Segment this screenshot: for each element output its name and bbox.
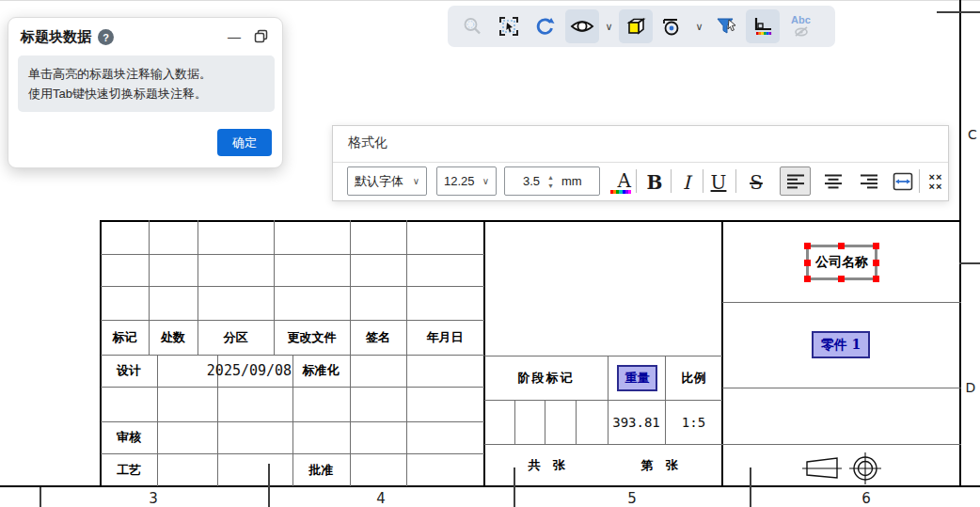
corner-axes-icon — [751, 14, 775, 39]
design-date-value[interactable]: 2025/09/08 — [199, 355, 299, 387]
sheet-no-label: 第 张 — [617, 444, 702, 486]
selection-filter-button[interactable] — [709, 9, 743, 43]
rev-header-date: 年月日 — [406, 320, 483, 355]
visibility-eye-button[interactable] — [565, 9, 599, 43]
instruction-line-2: 使用Tab键快速切换标题块注释。 — [28, 84, 264, 103]
grip-top-left[interactable] — [804, 243, 811, 249]
view-toolbar: ∨ ∨ — [448, 6, 835, 47]
fit-width-icon — [893, 172, 913, 191]
zone-row-c: C — [965, 126, 980, 143]
chevron-down-icon: ∨ — [413, 176, 419, 186]
zoom-to-selection-button[interactable] — [492, 9, 526, 43]
filter-funnel-icon — [714, 14, 738, 39]
font-family-select[interactable]: 默认字体 ∨ — [347, 166, 427, 196]
text-height-stepper[interactable]: 3.5 ▲ ▼ mm — [504, 166, 600, 196]
unit-label: mm — [561, 174, 582, 188]
eye-dropdown-chevron[interactable]: ∨ — [602, 9, 616, 43]
text-visibility-button[interactable]: Abc — [782, 9, 816, 43]
process-label: 工艺 — [101, 453, 157, 486]
window-top-border — [0, 0, 980, 1]
weight-value[interactable]: 393.81 — [608, 400, 665, 444]
scale-label: 比例 — [665, 356, 722, 400]
zone-col-5: 5 — [610, 490, 654, 507]
stacked-xx-icon: ×××× — [929, 172, 943, 191]
shaded-view-button[interactable] — [619, 9, 653, 43]
ok-button[interactable]: 确定 — [217, 129, 272, 156]
part-name-annotation[interactable]: 零件 1 — [812, 331, 870, 358]
fit-width-button[interactable] — [890, 166, 916, 196]
format-panel-title: 格式化 — [348, 135, 387, 151]
rev-header-count: 处数 — [149, 320, 198, 355]
help-icon[interactable]: ? — [98, 29, 114, 45]
stepper-down-icon[interactable]: ▼ — [547, 182, 554, 189]
font-family-value: 默认字体 — [355, 173, 403, 190]
section-view-button[interactable] — [656, 9, 689, 43]
grip-mid-right[interactable] — [873, 260, 879, 266]
rev-header-signature: 签名 — [350, 320, 406, 355]
zoom-magnifier-button[interactable] — [455, 9, 489, 43]
strikethrough-button[interactable]: S — [744, 166, 768, 196]
format-panel: 格式化 默认字体 ∨ 12.25 ∨ 3.5 ▲ ▼ mm A B I U — [332, 125, 949, 201]
svg-text:Abc: Abc — [791, 14, 811, 25]
company-name-annotation[interactable]: 公司名称 — [806, 245, 877, 280]
rev-header-zone: 分区 — [198, 320, 274, 355]
zone-col-3: 3 — [132, 490, 175, 507]
underline-button[interactable]: U — [707, 166, 730, 196]
zoom-selection-icon — [498, 15, 520, 38]
section-dropdown-chevron[interactable]: ∨ — [692, 9, 706, 43]
italic-button[interactable]: I — [675, 166, 698, 196]
check-label: 审核 — [101, 421, 157, 453]
sheets-total-label: 共 张 — [504, 444, 589, 486]
restore-window-icon[interactable] — [254, 29, 268, 43]
redo-arrow-icon — [534, 15, 557, 38]
align-left-button[interactable] — [780, 166, 811, 196]
instruction-line-1: 单击高亮的标题块注释输入数据。 — [28, 64, 264, 84]
grip-bottom-left[interactable] — [804, 276, 811, 282]
grip-bottom-center[interactable] — [838, 276, 845, 282]
align-center-icon — [824, 173, 843, 190]
standardize-label: 标准化 — [294, 355, 347, 387]
scale-value[interactable]: 1:5 — [665, 400, 722, 444]
text-height-value: 3.5 — [523, 174, 540, 188]
projection-symbol-icon — [795, 450, 889, 487]
grip-mid-left[interactable] — [804, 260, 811, 266]
chevron-down-icon: ∨ — [482, 176, 489, 186]
minimize-icon[interactable]: — — [228, 30, 241, 43]
stepper-up-icon[interactable]: ▲ — [547, 174, 554, 181]
align-left-icon — [786, 173, 805, 190]
approve-label: 批准 — [292, 453, 350, 486]
align-center-button[interactable] — [817, 166, 848, 196]
ucs-axes-button[interactable] — [746, 9, 780, 43]
weight-annotation[interactable]: 重量 — [617, 365, 657, 391]
title-block-data-dialog: 标题块数据 ? — 单击高亮的标题块注释输入数据。 使用Tab键快速切换标题块注… — [8, 17, 283, 168]
zone-row-d: D — [963, 379, 978, 396]
panel-divider — [333, 162, 948, 163]
dialog-title: 标题块数据 — [21, 28, 91, 46]
company-name-text: 公司名称 — [815, 254, 868, 271]
redo-button[interactable] — [529, 9, 562, 43]
magnifier-icon — [462, 16, 482, 37]
design-label: 设计 — [101, 355, 157, 387]
app-canvas: 3 4 5 6 C D 标记 处数 分区 更改文件 签名 年月日 设计 2025… — [0, 0, 980, 507]
eye-icon — [570, 14, 594, 39]
stage-mark-label: 阶段标记 — [484, 356, 608, 400]
rev-header-change-doc: 更改文件 — [274, 320, 350, 355]
rev-header-mark: 标记 — [101, 320, 149, 355]
grip-top-center[interactable] — [838, 243, 845, 249]
section-view-icon — [660, 14, 685, 39]
align-right-icon — [860, 173, 878, 190]
cube-icon — [624, 15, 647, 38]
stacked-text-button[interactable]: ×××× — [923, 166, 949, 196]
font-size-select[interactable]: 12.25 ∨ — [436, 166, 497, 196]
grip-bottom-right[interactable] — [873, 276, 879, 282]
font-size-value: 12.25 — [444, 174, 475, 188]
abc-hidden-eye-icon: Abc — [785, 12, 814, 40]
bold-button[interactable]: B — [643, 166, 666, 196]
align-right-button[interactable] — [853, 166, 884, 196]
zone-col-6: 6 — [845, 490, 888, 507]
dialog-instructions: 单击高亮的标题块注释输入数据。 使用Tab键快速切换标题块注释。 — [18, 55, 275, 112]
grip-top-right[interactable] — [873, 243, 879, 249]
font-color-button[interactable]: A — [607, 166, 631, 196]
zone-col-4: 4 — [359, 490, 403, 507]
rainbow-strip — [610, 190, 631, 194]
